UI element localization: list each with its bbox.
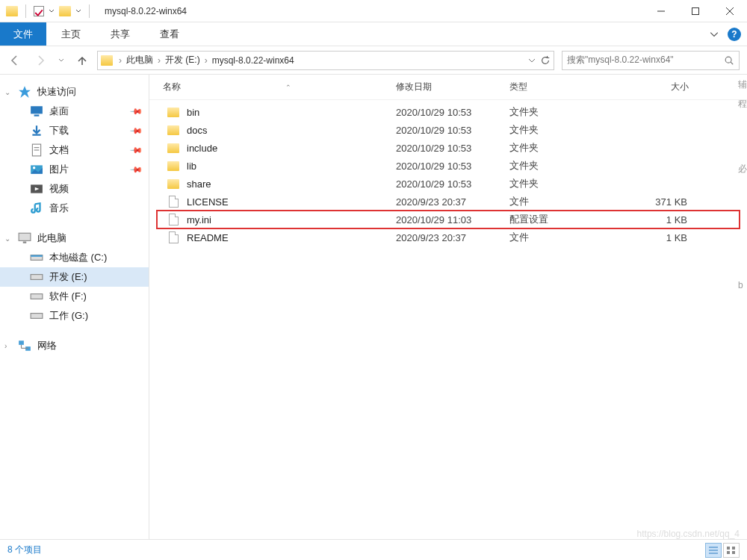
sidebar-item-quick-access[interactable]: ⌄ 快速访问 — [0, 82, 149, 102]
sidebar-item-desktop[interactable]: 桌面📌 — [0, 102, 149, 121]
maximize-button[interactable] — [678, 0, 713, 22]
sidebar-item-downloads[interactable]: 下载📌 — [0, 121, 149, 140]
folder-icon[interactable] — [59, 6, 71, 16]
chevron-right-icon[interactable]: › — [4, 342, 7, 350]
sidebar-item-music[interactable]: 音乐 — [0, 199, 149, 218]
forward-button[interactable] — [33, 53, 48, 68]
sidebar-item-drive-c[interactable]: 本地磁盘 (C:) — [0, 248, 149, 267]
pin-icon: 📌 — [128, 162, 143, 176]
file-row[interactable]: include2020/10/29 10:53文件夹 — [157, 139, 740, 157]
file-row[interactable]: LICENSE2020/9/23 20:37文件371 KB — [157, 193, 740, 211]
folder-icon — [167, 143, 179, 153]
svg-rect-25 — [19, 340, 24, 345]
file-name: lib — [187, 161, 396, 172]
chevron-down-icon[interactable] — [75, 8, 81, 14]
address-input[interactable]: › 此电脑 › 开发 (E:) › mysql-8.0.22-winx64 — [97, 51, 554, 70]
details-view-button[interactable] — [705, 543, 722, 558]
file-name: docs — [187, 125, 396, 136]
file-type: 文件夹 — [509, 159, 617, 172]
sidebar-item-this-pc[interactable]: ⌄ 此电脑 — [0, 228, 149, 248]
file-type: 文件 — [509, 195, 617, 208]
up-button[interactable] — [75, 53, 90, 68]
ribbon-tab-view[interactable]: 查看 — [145, 22, 194, 46]
breadcrumb-drive[interactable]: 开发 (E:) — [164, 54, 202, 66]
minimize-button[interactable] — [644, 0, 678, 22]
file-row[interactable]: my.ini2020/10/29 11:03配置设置1 KB — [157, 211, 740, 228]
ribbon-tab-home[interactable]: 主页 — [46, 22, 96, 46]
svg-rect-22 — [31, 275, 43, 280]
file-row[interactable]: lib2020/10/29 10:53文件夹 — [157, 157, 740, 175]
chevron-down-icon[interactable] — [528, 57, 536, 64]
chevron-down-icon[interactable]: ⌄ — [4, 234, 10, 243]
properties-icon[interactable] — [34, 6, 44, 16]
file-icon — [169, 214, 179, 225]
help-icon[interactable]: ? — [728, 28, 741, 41]
file-row[interactable]: README2020/9/23 20:37文件1 KB — [157, 228, 740, 246]
search-icon[interactable] — [724, 55, 734, 66]
file-row[interactable]: bin2020/10/29 10:53文件夹 — [157, 103, 740, 121]
file-size: 1 KB — [617, 214, 687, 225]
history-dropdown-icon[interactable] — [58, 57, 64, 63]
breadcrumb-folder[interactable]: mysql-8.0.22-winx64 — [211, 55, 296, 66]
address-bar: › 此电脑 › 开发 (E:) › mysql-8.0.22-winx64 搜索… — [0, 46, 747, 75]
folder-icon — [167, 125, 179, 135]
file-date: 2020/10/29 10:53 — [396, 143, 509, 154]
svg-rect-24 — [31, 314, 43, 319]
svg-rect-34 — [727, 551, 730, 554]
desktop-icon — [30, 105, 43, 118]
sidebar-item-pictures[interactable]: 图片📌 — [0, 160, 149, 179]
sidebar-item-drive-f[interactable]: 软件 (F:) — [0, 287, 149, 306]
folder-icon — [167, 161, 179, 171]
breadcrumb-root[interactable]: 此电脑 — [125, 54, 155, 66]
breadcrumb: › 此电脑 › 开发 (E:) › mysql-8.0.22-winx64 — [116, 54, 296, 66]
svg-rect-32 — [727, 547, 730, 550]
chevron-right-icon[interactable]: › — [116, 55, 125, 66]
titlebar: mysql-8.0.22-winx64 — [0, 0, 747, 22]
ribbon-tab-file[interactable]: 文件 — [0, 22, 46, 46]
back-button[interactable] — [7, 53, 22, 68]
pin-icon: 📌 — [128, 123, 143, 137]
file-date: 2020/10/29 10:53 — [396, 161, 509, 172]
svg-marker-7 — [19, 86, 31, 98]
sidebar-item-network[interactable]: › 网络 — [0, 336, 149, 355]
column-type[interactable]: 类型 — [509, 81, 617, 93]
search-placeholder: 搜索"mysql-8.0.22-winx64" — [567, 54, 724, 66]
folder-icon — [101, 55, 113, 66]
sidebar: ⌄ 快速访问 桌面📌 下载📌 文档📌 图片📌 视频 音乐 ⌄ 此电脑 本地磁盘 … — [0, 75, 149, 539]
chevron-down-icon[interactable] — [49, 8, 55, 14]
chevron-down-icon[interactable]: ⌄ — [4, 88, 10, 96]
column-name[interactable]: 名称⌃ — [157, 81, 396, 93]
ribbon-expand-icon[interactable] — [710, 30, 719, 39]
music-icon — [30, 202, 43, 215]
sidebar-item-drive-g[interactable]: 工作 (G:) — [0, 306, 149, 326]
drive-icon — [30, 290, 43, 303]
icons-view-button[interactable] — [723, 543, 740, 558]
sidebar-item-videos[interactable]: 视频 — [0, 179, 149, 199]
window-title: mysql-8.0.22-winx64 — [99, 6, 644, 16]
file-name: LICENSE — [187, 196, 396, 208]
file-size: 1 KB — [617, 232, 687, 243]
folder-icon — [167, 179, 179, 189]
file-name: bin — [187, 107, 396, 118]
svg-rect-9 — [34, 115, 40, 116]
file-name: share — [187, 178, 396, 190]
file-icon — [169, 196, 179, 208]
quick-access-toolbar — [0, 4, 99, 18]
refresh-icon[interactable] — [540, 55, 551, 66]
file-date: 2020/10/29 11:03 — [396, 214, 509, 225]
column-date[interactable]: 修改日期 — [396, 81, 509, 93]
ribbon-tab-share[interactable]: 共享 — [96, 22, 145, 46]
chevron-right-icon[interactable]: › — [202, 55, 211, 66]
sidebar-item-documents[interactable]: 文档📌 — [0, 140, 149, 160]
sidebar-item-drive-e[interactable]: 开发 (E:) — [0, 267, 149, 287]
file-row[interactable]: docs2020/10/29 10:53文件夹 — [157, 121, 740, 139]
file-date: 2020/9/23 20:37 — [396, 232, 509, 243]
svg-rect-23 — [31, 294, 43, 299]
close-button[interactable] — [713, 0, 747, 22]
file-list[interactable]: bin2020/10/29 10:53文件夹docs2020/10/29 10:… — [149, 100, 747, 249]
search-input[interactable]: 搜索"mysql-8.0.22-winx64" — [562, 51, 740, 70]
chevron-right-icon[interactable]: › — [155, 55, 164, 66]
file-type: 文件夹 — [509, 123, 617, 137]
column-size[interactable]: 大小 — [617, 81, 689, 93]
file-row[interactable]: share2020/10/29 10:53文件夹 — [157, 175, 740, 193]
